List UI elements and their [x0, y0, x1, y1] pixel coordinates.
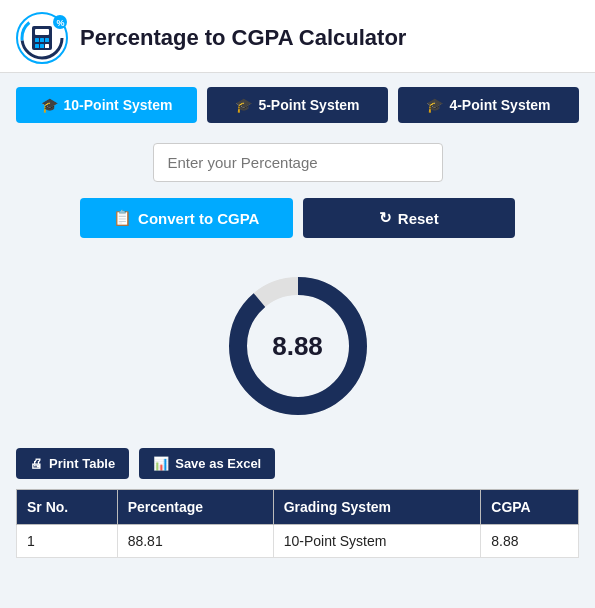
svg-rect-7: [45, 38, 49, 42]
save-excel-button[interactable]: 📊 Save as Excel: [139, 448, 275, 479]
convert-label: Convert to CGPA: [138, 210, 259, 227]
tab-5-label: 5-Point System: [258, 97, 359, 113]
col-sr: Sr No.: [17, 490, 118, 525]
reset-icon: ↻: [379, 209, 392, 227]
results-table: Sr No. Percentage Grading System CGPA 18…: [16, 489, 579, 558]
svg-rect-6: [40, 38, 44, 42]
svg-rect-10: [45, 44, 49, 48]
input-section: [0, 133, 595, 188]
table-actions: 🖨 Print Table 📊 Save as Excel: [0, 440, 595, 485]
page-title: Percentage to CGPA Calculator: [80, 25, 406, 51]
reset-button[interactable]: ↻ Reset: [303, 198, 516, 238]
svg-text:%: %: [57, 18, 65, 28]
cell-sr: 1: [17, 525, 118, 558]
cell-cgpa: 8.88: [481, 525, 579, 558]
col-percentage: Percentage: [117, 490, 273, 525]
cell-percentage: 88.81: [117, 525, 273, 558]
print-label: Print Table: [49, 456, 115, 471]
svg-rect-4: [35, 29, 49, 35]
col-grading: Grading System: [273, 490, 481, 525]
tab-5-point[interactable]: 🎓 5-Point System: [207, 87, 388, 123]
donut-chart: 8.88: [218, 266, 378, 426]
graduation-icon-5: 🎓: [235, 97, 252, 113]
app-logo: %: [16, 12, 68, 64]
svg-rect-9: [40, 44, 44, 48]
convert-icon: 📋: [113, 209, 132, 227]
svg-rect-5: [35, 38, 39, 42]
table-header: Sr No. Percentage Grading System CGPA: [17, 490, 579, 525]
excel-icon: 📊: [153, 456, 169, 471]
graduation-icon-4: 🎓: [426, 97, 443, 113]
action-row: 📋 Convert to CGPA ↻ Reset: [0, 188, 595, 248]
donut-value: 8.88: [272, 331, 323, 362]
percentage-input[interactable]: [153, 143, 443, 182]
table-row: 188.8110-Point System8.88: [17, 525, 579, 558]
excel-label: Save as Excel: [175, 456, 261, 471]
cell-grading: 10-Point System: [273, 525, 481, 558]
tab-10-point[interactable]: 🎓 10-Point System: [16, 87, 197, 123]
convert-button[interactable]: 📋 Convert to CGPA: [80, 198, 293, 238]
col-cgpa: CGPA: [481, 490, 579, 525]
graduation-icon-10: 🎓: [41, 97, 58, 113]
tab-10-label: 10-Point System: [64, 97, 173, 113]
header: % Percentage to CGPA Calculator: [0, 0, 595, 73]
table-body: 188.8110-Point System8.88: [17, 525, 579, 558]
reset-label: Reset: [398, 210, 439, 227]
print-table-button[interactable]: 🖨 Print Table: [16, 448, 129, 479]
tab-row: 🎓 10-Point System 🎓 5-Point System 🎓 4-P…: [0, 73, 595, 133]
print-icon: 🖨: [30, 456, 43, 471]
tab-4-label: 4-Point System: [449, 97, 550, 113]
svg-rect-8: [35, 44, 39, 48]
tab-4-point[interactable]: 🎓 4-Point System: [398, 87, 579, 123]
chart-section: 8.88: [0, 248, 595, 440]
